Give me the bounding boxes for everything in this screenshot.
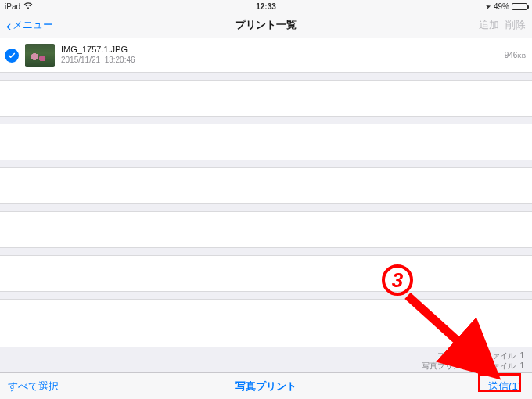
file-meta: 2015/11/21 13:20:46 <box>61 56 135 66</box>
delete-button: 削除 <box>505 18 526 32</box>
back-label: メニュー <box>13 18 53 32</box>
checkmark-icon[interactable] <box>5 49 19 63</box>
empty-row <box>0 300 532 347</box>
page-title: プリント一覧 <box>235 18 297 32</box>
device-label: iPad <box>5 2 20 11</box>
location-icon: ➤ <box>485 2 493 11</box>
back-button[interactable]: ‹ メニュー <box>6 18 53 33</box>
empty-row <box>0 212 532 248</box>
toolbar: すべて選択 写真プリント 送信(1) <box>0 372 532 399</box>
spacer <box>0 204 532 212</box>
spacer <box>0 292 532 300</box>
empty-row <box>0 124 532 160</box>
nav-bar: ‹ メニュー プリント一覧 追加 削除 <box>0 13 532 38</box>
empty-row <box>0 81 532 117</box>
select-all-button[interactable]: すべて選択 <box>8 379 59 394</box>
spacer <box>0 73 532 81</box>
chevron-left-icon: ‹ <box>6 18 11 33</box>
status-time: 12:33 <box>256 2 276 11</box>
add-button: 追加 <box>479 18 499 32</box>
file-name: IMG_1757.1.JPG <box>61 45 135 56</box>
list-item[interactable]: IMG_1757.1.JPG 2015/11/21 13:20:46 946KB <box>0 38 532 73</box>
empty-row <box>0 168 532 204</box>
thumbnail <box>25 44 55 67</box>
footer-info: フォルダー内ファイル 1 写真プリント可能ファイル 1 <box>422 351 524 371</box>
status-bar: iPad 12:33 ➤ 49% <box>0 0 532 13</box>
empty-row <box>0 256 532 292</box>
wifi-icon <box>23 2 33 11</box>
photo-print-button[interactable]: 写真プリント <box>235 379 297 394</box>
send-button[interactable]: 送信(1) <box>485 379 524 394</box>
spacer <box>0 160 532 168</box>
battery-icon <box>512 3 527 10</box>
battery-percent: 49% <box>494 2 509 11</box>
file-size: 946KB <box>505 51 526 59</box>
spacer <box>0 248 532 256</box>
spacer <box>0 117 532 124</box>
